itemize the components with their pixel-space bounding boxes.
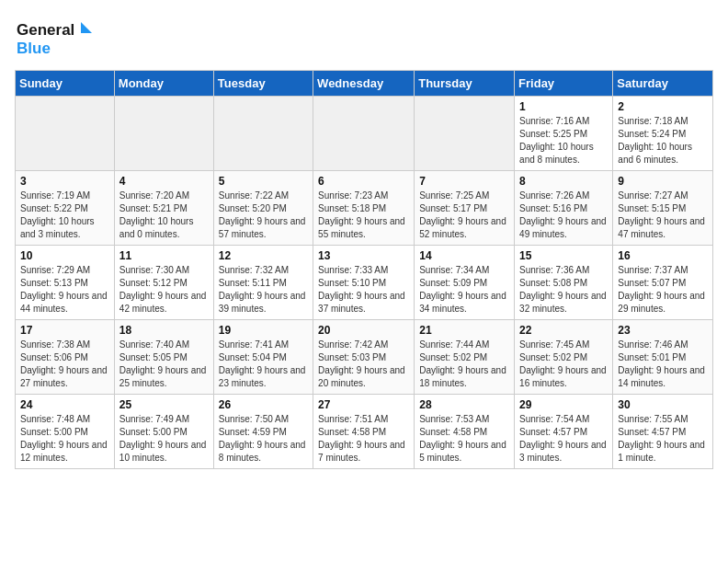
calendar-day-cell: 19Sunrise: 7:41 AM Sunset: 5:04 PM Dayli… xyxy=(213,320,313,395)
day-info: Sunrise: 7:16 AM Sunset: 5:25 PM Dayligh… xyxy=(519,115,608,167)
day-number: 17 xyxy=(20,324,109,337)
weekday-header: Monday xyxy=(114,71,213,97)
day-info: Sunrise: 7:18 AM Sunset: 5:24 PM Dayligh… xyxy=(618,115,708,167)
day-number: 9 xyxy=(618,175,708,188)
calendar-day-cell xyxy=(114,97,213,171)
calendar-week-row: 3Sunrise: 7:19 AM Sunset: 5:22 PM Daylig… xyxy=(16,171,713,246)
day-number: 28 xyxy=(419,398,509,411)
calendar-day-cell: 1Sunrise: 7:16 AM Sunset: 5:25 PM Daylig… xyxy=(515,97,613,171)
calendar-week-row: 17Sunrise: 7:38 AM Sunset: 5:06 PM Dayli… xyxy=(16,320,713,395)
svg-text:Blue: Blue xyxy=(17,40,51,57)
weekday-header: Tuesday xyxy=(213,71,313,97)
calendar-day-cell: 24Sunrise: 7:48 AM Sunset: 5:00 PM Dayli… xyxy=(16,395,115,469)
day-number: 26 xyxy=(219,398,308,411)
calendar-day-cell: 27Sunrise: 7:51 AM Sunset: 4:58 PM Dayli… xyxy=(313,395,415,469)
day-number: 27 xyxy=(318,398,409,411)
calendar-day-cell: 14Sunrise: 7:34 AM Sunset: 5:09 PM Dayli… xyxy=(415,246,515,320)
day-info: Sunrise: 7:51 AM Sunset: 4:58 PM Dayligh… xyxy=(318,413,409,465)
calendar-day-cell: 22Sunrise: 7:45 AM Sunset: 5:02 PM Dayli… xyxy=(515,320,613,395)
calendar-week-row: 24Sunrise: 7:48 AM Sunset: 5:00 PM Dayli… xyxy=(16,395,713,469)
calendar-day-cell: 23Sunrise: 7:46 AM Sunset: 5:01 PM Dayli… xyxy=(613,320,713,395)
day-info: Sunrise: 7:26 AM Sunset: 5:16 PM Dayligh… xyxy=(519,190,608,241)
calendar-day-cell: 15Sunrise: 7:36 AM Sunset: 5:08 PM Dayli… xyxy=(515,246,613,320)
day-number: 19 xyxy=(219,324,308,337)
day-number: 12 xyxy=(219,249,308,262)
day-number: 22 xyxy=(519,324,608,337)
day-number: 13 xyxy=(318,249,409,262)
calendar-day-cell: 18Sunrise: 7:40 AM Sunset: 5:05 PM Dayli… xyxy=(114,320,213,395)
calendar-day-cell: 2Sunrise: 7:18 AM Sunset: 5:24 PM Daylig… xyxy=(613,97,713,171)
calendar-day-cell: 12Sunrise: 7:32 AM Sunset: 5:11 PM Dayli… xyxy=(213,246,313,320)
weekday-header: Sunday xyxy=(16,71,115,97)
calendar-day-cell: 28Sunrise: 7:53 AM Sunset: 4:58 PM Dayli… xyxy=(415,395,515,469)
day-info: Sunrise: 7:29 AM Sunset: 5:13 PM Dayligh… xyxy=(20,264,109,316)
day-info: Sunrise: 7:22 AM Sunset: 5:20 PM Dayligh… xyxy=(219,190,308,241)
day-number: 18 xyxy=(119,324,209,337)
calendar-day-cell: 8Sunrise: 7:26 AM Sunset: 5:16 PM Daylig… xyxy=(515,171,613,246)
day-info: Sunrise: 7:55 AM Sunset: 4:57 PM Dayligh… xyxy=(618,413,708,465)
day-info: Sunrise: 7:54 AM Sunset: 4:57 PM Dayligh… xyxy=(519,413,608,465)
calendar-day-cell: 10Sunrise: 7:29 AM Sunset: 5:13 PM Dayli… xyxy=(16,246,115,320)
calendar-day-cell: 25Sunrise: 7:49 AM Sunset: 5:00 PM Dayli… xyxy=(114,395,213,469)
calendar-day-cell: 7Sunrise: 7:25 AM Sunset: 5:17 PM Daylig… xyxy=(415,171,515,246)
page-header: GeneralBlue xyxy=(15,15,713,59)
day-number: 16 xyxy=(618,249,708,262)
calendar-day-cell: 6Sunrise: 7:23 AM Sunset: 5:18 PM Daylig… xyxy=(313,171,415,246)
calendar-day-cell: 26Sunrise: 7:50 AM Sunset: 4:59 PM Dayli… xyxy=(213,395,313,469)
day-info: Sunrise: 7:19 AM Sunset: 5:22 PM Dayligh… xyxy=(20,190,109,241)
calendar-day-cell xyxy=(16,97,115,171)
calendar-table: SundayMondayTuesdayWednesdayThursdayFrid… xyxy=(15,70,713,469)
day-info: Sunrise: 7:40 AM Sunset: 5:05 PM Dayligh… xyxy=(119,339,209,390)
day-number: 20 xyxy=(318,324,409,337)
day-number: 10 xyxy=(20,249,109,262)
day-number: 21 xyxy=(419,324,509,337)
calendar-day-cell: 29Sunrise: 7:54 AM Sunset: 4:57 PM Dayli… xyxy=(515,395,613,469)
day-info: Sunrise: 7:50 AM Sunset: 4:59 PM Dayligh… xyxy=(219,413,308,465)
day-number: 1 xyxy=(519,100,608,113)
day-number: 23 xyxy=(618,324,708,337)
day-info: Sunrise: 7:42 AM Sunset: 5:03 PM Dayligh… xyxy=(318,339,409,390)
day-info: Sunrise: 7:45 AM Sunset: 5:02 PM Dayligh… xyxy=(519,339,608,390)
day-info: Sunrise: 7:33 AM Sunset: 5:10 PM Dayligh… xyxy=(318,264,409,316)
day-info: Sunrise: 7:32 AM Sunset: 5:11 PM Dayligh… xyxy=(219,264,308,316)
day-info: Sunrise: 7:49 AM Sunset: 5:00 PM Dayligh… xyxy=(119,413,209,465)
calendar-day-cell: 9Sunrise: 7:27 AM Sunset: 5:15 PM Daylig… xyxy=(613,171,713,246)
svg-text:General: General xyxy=(17,21,74,39)
calendar-week-row: 10Sunrise: 7:29 AM Sunset: 5:13 PM Dayli… xyxy=(16,246,713,320)
weekday-header: Saturday xyxy=(613,71,713,97)
calendar-day-cell: 11Sunrise: 7:30 AM Sunset: 5:12 PM Dayli… xyxy=(114,246,213,320)
day-number: 6 xyxy=(318,175,409,188)
calendar-day-cell xyxy=(415,97,515,171)
day-number: 25 xyxy=(119,398,209,411)
calendar-day-cell xyxy=(313,97,415,171)
calendar-day-cell: 17Sunrise: 7:38 AM Sunset: 5:06 PM Dayli… xyxy=(16,320,115,395)
day-info: Sunrise: 7:38 AM Sunset: 5:06 PM Dayligh… xyxy=(20,339,109,390)
weekday-header: Wednesday xyxy=(313,71,415,97)
day-number: 2 xyxy=(618,100,708,113)
calendar-day-cell: 16Sunrise: 7:37 AM Sunset: 5:07 PM Dayli… xyxy=(613,246,713,320)
day-number: 29 xyxy=(519,398,608,411)
day-number: 4 xyxy=(119,175,209,188)
day-info: Sunrise: 7:48 AM Sunset: 5:00 PM Dayligh… xyxy=(20,413,109,465)
day-number: 5 xyxy=(219,175,308,188)
day-number: 11 xyxy=(119,249,209,262)
day-number: 24 xyxy=(20,398,109,411)
day-info: Sunrise: 7:36 AM Sunset: 5:08 PM Dayligh… xyxy=(519,264,608,316)
day-info: Sunrise: 7:41 AM Sunset: 5:04 PM Dayligh… xyxy=(219,339,308,390)
calendar-day-cell: 21Sunrise: 7:44 AM Sunset: 5:02 PM Dayli… xyxy=(415,320,515,395)
day-info: Sunrise: 7:30 AM Sunset: 5:12 PM Dayligh… xyxy=(119,264,209,316)
calendar-week-row: 1Sunrise: 7:16 AM Sunset: 5:25 PM Daylig… xyxy=(16,97,713,171)
calendar-day-cell: 13Sunrise: 7:33 AM Sunset: 5:10 PM Dayli… xyxy=(313,246,415,320)
calendar-day-cell xyxy=(213,97,313,171)
calendar-header-row: SundayMondayTuesdayWednesdayThursdayFrid… xyxy=(16,71,713,97)
day-info: Sunrise: 7:25 AM Sunset: 5:17 PM Dayligh… xyxy=(419,190,509,241)
logo: GeneralBlue xyxy=(15,15,97,59)
weekday-header: Friday xyxy=(515,71,613,97)
day-info: Sunrise: 7:23 AM Sunset: 5:18 PM Dayligh… xyxy=(318,190,409,241)
calendar-day-cell: 4Sunrise: 7:20 AM Sunset: 5:21 PM Daylig… xyxy=(114,171,213,246)
day-info: Sunrise: 7:34 AM Sunset: 5:09 PM Dayligh… xyxy=(419,264,509,316)
day-number: 14 xyxy=(419,249,509,262)
day-number: 7 xyxy=(419,175,509,188)
day-number: 8 xyxy=(519,175,608,188)
calendar-day-cell: 20Sunrise: 7:42 AM Sunset: 5:03 PM Dayli… xyxy=(313,320,415,395)
